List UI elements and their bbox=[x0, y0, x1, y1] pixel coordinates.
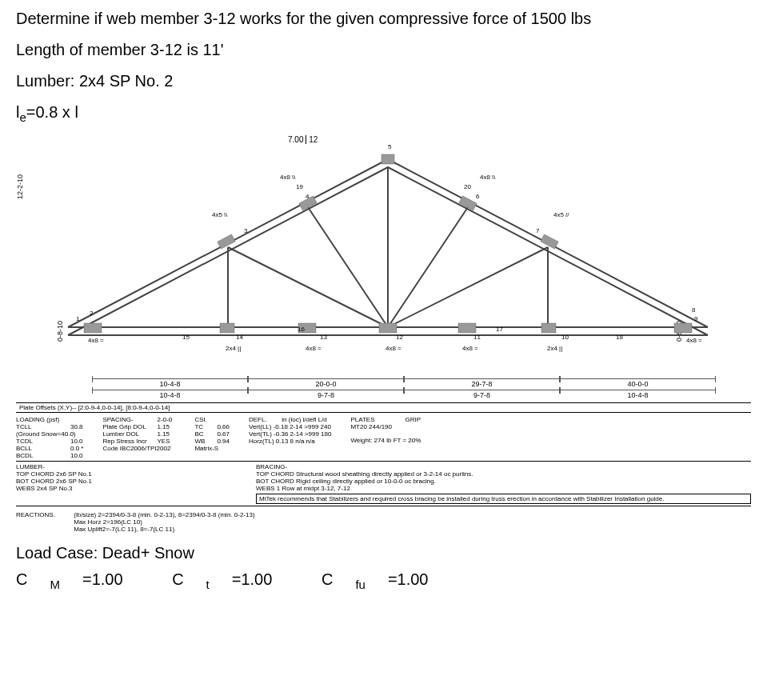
mitek-note: MiTek recommends that Stabilizers and re… bbox=[256, 494, 751, 504]
problem-statement: Determine if web member 3-12 works for t… bbox=[16, 8, 751, 126]
coef-ct: Ct=1.00 bbox=[172, 570, 294, 588]
dim-top-3: 29-7-8 bbox=[404, 378, 560, 388]
defl-col: DEFL. in (loc) l/defl L/d Vert(LL) -0.18… bbox=[249, 416, 331, 459]
dim-bot-3: 9-7-8 bbox=[404, 390, 560, 399]
loading-col: LOADING (psf) TCLL30.8 (Ground Snow=40.0… bbox=[16, 416, 83, 459]
node-6: 6 bbox=[476, 193, 479, 200]
svg-rect-11 bbox=[541, 323, 556, 333]
plate-4: 4x8 \\ bbox=[480, 174, 496, 181]
plate-1: 4x8 = bbox=[88, 337, 104, 344]
node-20: 20 bbox=[464, 183, 471, 190]
node-18: 18 bbox=[616, 334, 623, 341]
node-8: 8 bbox=[692, 306, 695, 314]
csi-hdr: CSI. bbox=[194, 416, 230, 423]
lumber-col: LUMBER- TOP CHORD 2x6 SP No.1 BOT CHORD … bbox=[16, 463, 224, 504]
reactions-block: REACTIONS. (lb/size) 2=2394/0-3-8 (min. … bbox=[16, 511, 751, 533]
plate-6: 4x8 = bbox=[686, 337, 702, 344]
svg-rect-2 bbox=[218, 234, 235, 249]
node-2: 2 bbox=[90, 310, 93, 317]
node-1: 1 bbox=[76, 315, 79, 322]
loading-hdr: LOADING (psf) bbox=[16, 416, 83, 423]
problem-line-2: Length of member 3-12 is 11' bbox=[16, 39, 751, 61]
plate-3: 4x8 \\ bbox=[280, 174, 296, 181]
truss-svg bbox=[44, 143, 732, 351]
dim-bot-4: 10-4-8 bbox=[560, 390, 716, 399]
truss-diagram: 7.00 12 12-2-10 0-8-10 0-8-10 bbox=[16, 135, 736, 375]
dim-bot-2: 9-7-8 bbox=[248, 390, 404, 399]
plate-2: 4x5 \\ bbox=[212, 211, 228, 218]
dim-top-4: 40-0-0 bbox=[560, 378, 716, 388]
plate-b12: 4x8 = bbox=[385, 345, 401, 352]
dim-top-1: 10-4-8 bbox=[92, 378, 248, 388]
problem-line-4: le=0.8 x l bbox=[16, 102, 751, 126]
node-16: 16 bbox=[298, 326, 305, 333]
dim-bot-1: 10-4-8 bbox=[92, 390, 248, 399]
vert-dim-outer: 12-2-10 bbox=[16, 174, 24, 199]
node-15: 15 bbox=[182, 334, 190, 341]
dim-row-bot: 10-4-8 9-7-8 9-7-8 10-4-8 bbox=[92, 390, 716, 399]
node-17: 17 bbox=[496, 326, 503, 333]
node-7: 7 bbox=[536, 227, 539, 234]
plate-b13: 4x8 = bbox=[306, 345, 322, 352]
svg-rect-1 bbox=[674, 323, 692, 333]
reactions-hdr: REACTIONS. bbox=[16, 511, 72, 518]
problem-line-3: Lumber: 2x4 SP No. 2 bbox=[16, 70, 751, 92]
node-5: 5 bbox=[388, 143, 391, 150]
dim-top-2: 20-0-0 bbox=[248, 378, 404, 388]
lumber-bracing-row: LUMBER- TOP CHORD 2x6 SP No.1 BOT CHORD … bbox=[16, 462, 751, 506]
web-d3 bbox=[388, 207, 468, 327]
node-13: 13 bbox=[320, 334, 327, 341]
coefficients: CM=1.00 Ct=1.00 Cfu=1.00 bbox=[16, 570, 751, 591]
node-14: 14 bbox=[236, 334, 243, 341]
plate-offsets: Plate Offsets (X,Y)-- [2:0-9-4,0-0-14], … bbox=[16, 402, 751, 413]
plate-5: 4x5 // bbox=[553, 211, 569, 218]
node-12: 12 bbox=[396, 334, 403, 341]
coef-cfu: Cfu=1.00 bbox=[322, 570, 451, 588]
bracing-col: BRACING- TOP CHORD Structural wood sheat… bbox=[256, 463, 751, 504]
svg-rect-6 bbox=[382, 154, 394, 164]
svg-rect-10 bbox=[220, 323, 234, 333]
spec-grid: LOADING (psf) TCLL30.8 (Ground Snow=40.0… bbox=[16, 414, 751, 462]
load-case: Load Case: Dead+ Snow bbox=[16, 544, 751, 562]
plate-b14: 2x4 || bbox=[226, 345, 241, 352]
node-11: 11 bbox=[473, 334, 481, 341]
node-9: 9 bbox=[694, 315, 697, 322]
coef-cm: CM=1.00 bbox=[16, 570, 146, 588]
plate-b11: 4x8 = bbox=[462, 345, 478, 352]
node-19: 19 bbox=[296, 183, 303, 190]
node-4: 4 bbox=[306, 193, 309, 200]
spacing-col: SPACING-2-0-0 Plate Grip DOL1.15 Lumber … bbox=[102, 416, 175, 459]
node-10: 10 bbox=[561, 334, 569, 341]
web-d1 bbox=[228, 247, 388, 327]
node-3: 3 bbox=[244, 227, 247, 234]
svg-rect-9 bbox=[458, 323, 476, 333]
svg-rect-0 bbox=[84, 323, 102, 333]
problem-line-1: Determine if web member 3-12 works for t… bbox=[16, 8, 751, 30]
plates-col: PLATESGRIP MT20 244/190 Weight: 274 lb F… bbox=[350, 416, 421, 459]
svg-rect-7 bbox=[379, 323, 397, 333]
web-d2 bbox=[308, 207, 388, 327]
plate-b10: 2x4 || bbox=[547, 345, 562, 352]
csi-col: CSI. TC0.66 BC0.67 WB0.94 Matrix-S bbox=[194, 416, 230, 459]
web-d4 bbox=[388, 247, 548, 327]
svg-rect-3 bbox=[541, 234, 558, 249]
